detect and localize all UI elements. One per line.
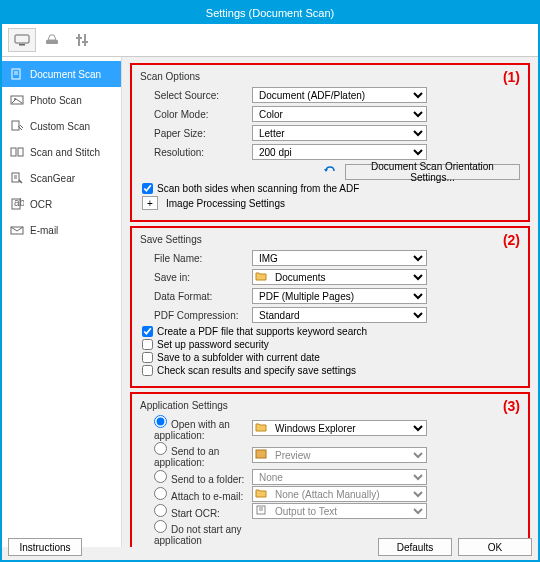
select-send-app[interactable]: Preview	[252, 447, 427, 463]
svg-rect-12	[12, 121, 19, 130]
label-keyword: Create a PDF file that supports keyword …	[157, 326, 367, 337]
section-number: (3)	[503, 398, 520, 414]
sidebar-item-ocr[interactable]: abcOCR	[2, 191, 121, 217]
bottom-bar: Instructions Defaults OK	[8, 538, 532, 556]
sidebar-label: Photo Scan	[30, 95, 82, 106]
section-title: Application Settings	[140, 400, 520, 411]
label-filename: File Name:	[140, 253, 252, 264]
checkbox-subfolder[interactable]	[142, 352, 153, 363]
sidebar-item-scangear[interactable]: ScanGear	[2, 165, 121, 191]
orientation-settings-button[interactable]: Document Scan Orientation Settings...	[345, 164, 520, 180]
section-number: (1)	[503, 69, 520, 85]
top-toolbar	[2, 24, 538, 57]
instructions-button[interactable]: Instructions	[8, 538, 82, 556]
sidebar-item-email[interactable]: E-mail	[2, 217, 121, 243]
scan-options-section: (1) Scan Options Select Source:Document …	[130, 63, 530, 222]
sidebar-item-photo-scan[interactable]: Photo Scan	[2, 87, 121, 113]
section-number: (2)	[503, 232, 520, 248]
save-settings-section: (2) Save Settings File Name:IMG Save in:…	[130, 226, 530, 388]
label-subfolder: Save to a subfolder with current date	[157, 352, 320, 363]
select-data-format[interactable]: PDF (Multiple Pages)	[252, 288, 427, 304]
label-img-processing: Image Processing Settings	[166, 198, 285, 209]
radio-attach-email[interactable]	[154, 487, 167, 500]
stitch-icon	[10, 146, 24, 158]
radio-open-app[interactable]	[154, 415, 167, 428]
label-resolution: Resolution:	[140, 147, 252, 158]
photo-icon	[10, 94, 24, 106]
select-open-app[interactable]: Windows Explorer	[252, 420, 427, 436]
input-filename[interactable]: IMG	[252, 250, 427, 266]
sidebar-label: E-mail	[30, 225, 58, 236]
sidebar-label: Custom Scan	[30, 121, 90, 132]
label-color: Color Mode:	[140, 109, 252, 120]
scangear-icon	[10, 172, 24, 184]
svg-text:abc: abc	[14, 198, 24, 208]
select-resolution[interactable]: 200 dpi	[252, 144, 427, 160]
svg-rect-4	[84, 34, 86, 46]
select-attach-email[interactable]: None (Attach Manually)	[252, 486, 427, 502]
checkbox-both-sides[interactable]	[142, 183, 153, 194]
sidebar-label: ScanGear	[30, 173, 75, 184]
main-panel: (1) Scan Options Select Source:Document …	[122, 57, 538, 547]
select-send-folder[interactable]: None	[252, 469, 427, 485]
select-compression[interactable]: Standard	[252, 307, 427, 323]
label-paper: Paper Size:	[140, 128, 252, 139]
tab-scan-from-computer[interactable]	[8, 28, 36, 52]
select-source[interactable]: Document (ADF/Platen)	[252, 87, 427, 103]
ocr-icon: abc	[10, 198, 24, 210]
svg-rect-3	[78, 34, 80, 46]
svg-rect-14	[18, 148, 23, 156]
select-color-mode[interactable]: Color	[252, 106, 427, 122]
section-title: Save Settings	[140, 234, 520, 245]
svg-rect-0	[15, 35, 29, 43]
ok-button[interactable]: OK	[458, 538, 532, 556]
svg-rect-13	[11, 148, 16, 156]
label-format: Data Format:	[140, 291, 252, 302]
custom-icon	[10, 120, 24, 132]
expand-img-processing[interactable]: +	[142, 196, 158, 210]
defaults-button[interactable]: Defaults	[378, 538, 452, 556]
radio-start-ocr[interactable]	[154, 504, 167, 517]
checkbox-keyword[interactable]	[142, 326, 153, 337]
label-send-folder: Send to a folder:	[171, 474, 244, 485]
tab-general-settings[interactable]	[68, 28, 96, 52]
sidebar-label: OCR	[30, 199, 52, 210]
label-attach-email: Attach to e-mail:	[171, 491, 243, 502]
reset-icon[interactable]	[323, 165, 339, 179]
svg-rect-6	[82, 41, 88, 43]
label-both-sides: Scan both sides when scanning from the A…	[157, 183, 359, 194]
select-start-ocr[interactable]: Output to Text	[252, 503, 427, 519]
sidebar-item-scan-stitch[interactable]: Scan and Stitch	[2, 139, 121, 165]
window-title: Settings (Document Scan)	[2, 2, 538, 24]
document-icon	[10, 68, 24, 80]
application-settings-section: (3) Application Settings Open with an ap…	[130, 392, 530, 547]
sidebar-label: Scan and Stitch	[30, 147, 100, 158]
select-savein[interactable]: Documents	[252, 269, 427, 285]
sidebar-item-custom-scan[interactable]: Custom Scan	[2, 113, 121, 139]
radio-send-app[interactable]	[154, 442, 167, 455]
radio-send-folder[interactable]	[154, 470, 167, 483]
label-compression: PDF Compression:	[140, 310, 252, 321]
label-source: Select Source:	[140, 90, 252, 101]
svg-rect-2	[46, 40, 58, 44]
sidebar-item-document-scan[interactable]: Document Scan	[2, 61, 121, 87]
email-icon	[10, 224, 24, 236]
label-savein: Save in:	[140, 272, 252, 283]
sidebar: Document Scan Photo Scan Custom Scan Sca…	[2, 57, 122, 547]
label-password: Set up password security	[157, 339, 269, 350]
select-paper-size[interactable]: Letter	[252, 125, 427, 141]
radio-do-not-start[interactable]	[154, 520, 167, 533]
sidebar-label: Document Scan	[30, 69, 101, 80]
svg-rect-5	[76, 37, 82, 39]
tab-scan-from-panel[interactable]	[38, 28, 66, 52]
label-results: Check scan results and specify save sett…	[157, 365, 356, 376]
svg-rect-1	[19, 44, 25, 46]
checkbox-results[interactable]	[142, 365, 153, 376]
label-start-ocr: Start OCR:	[171, 508, 220, 519]
checkbox-password[interactable]	[142, 339, 153, 350]
section-title: Scan Options	[140, 71, 520, 82]
